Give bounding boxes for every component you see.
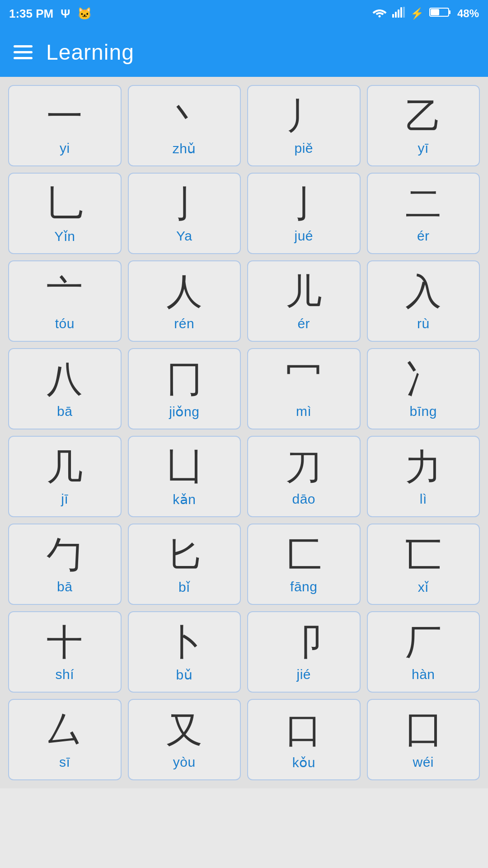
character-card[interactable]: 儿ér <box>247 260 361 342</box>
pinyin-label: Ya <box>176 228 192 244</box>
character-display: 囗 <box>405 710 441 750</box>
character-card[interactable]: 一yi <box>8 85 122 166</box>
pinyin-label: bǔ <box>176 667 192 683</box>
pinyin-label: piě <box>294 141 313 156</box>
pinyin-label: bā <box>57 404 72 419</box>
character-display: 二 <box>405 184 441 224</box>
character-card[interactable]: 亅Ya <box>128 173 241 254</box>
character-card[interactable]: 卜bǔ <box>128 611 241 693</box>
character-card[interactable]: 厶sī <box>8 699 122 780</box>
psi-icon: Ψ <box>61 7 70 21</box>
character-card[interactable]: 亠tóu <box>8 260 122 342</box>
svg-rect-5 <box>403 7 405 18</box>
character-card[interactable]: 八bā <box>8 348 122 429</box>
character-card[interactable]: 丿piě <box>247 85 361 166</box>
svg-point-0 <box>378 15 380 18</box>
status-left: 1:35 PM Ψ 🐱 <box>9 7 92 21</box>
menu-button[interactable] <box>14 45 33 59</box>
character-display: 又 <box>166 710 202 750</box>
wifi-icon <box>372 7 387 20</box>
character-card[interactable]: 乚Yǐn <box>8 173 122 254</box>
character-display: 厶 <box>47 710 83 750</box>
pinyin-label: bǐ <box>178 579 190 595</box>
page-title: Learning <box>46 40 134 65</box>
character-card[interactable]: 冖mì <box>247 348 361 429</box>
character-display: 人 <box>166 272 202 311</box>
signal-icon <box>392 7 405 20</box>
pinyin-label: tóu <box>55 316 75 331</box>
character-display: 几 <box>47 447 83 487</box>
character-card[interactable]: 入rù <box>367 260 480 342</box>
character-display: 卩 <box>286 623 322 662</box>
pinyin-label: yī <box>418 141 429 156</box>
pinyin-label: kǎn <box>173 491 196 507</box>
pinyin-label: lì <box>420 491 427 507</box>
svg-rect-2 <box>395 12 397 18</box>
character-display: 丿 <box>286 96 322 136</box>
pinyin-label: ér <box>297 316 310 331</box>
pinyin-label: yi <box>60 141 70 156</box>
character-display: 匕 <box>166 535 202 575</box>
character-card[interactable]: 厂hàn <box>367 611 480 693</box>
character-card[interactable]: 凵kǎn <box>128 436 241 517</box>
character-display: 亅 <box>166 184 202 224</box>
pinyin-label: jué <box>294 228 313 244</box>
character-card[interactable]: 力lì <box>367 436 480 517</box>
character-display: 丶 <box>166 96 202 136</box>
character-display: 匸 <box>405 535 441 575</box>
character-card[interactable]: 卩jié <box>247 611 361 693</box>
character-card[interactable]: 冂jiǒng <box>128 348 241 429</box>
character-card[interactable]: 勹bā <box>8 524 122 605</box>
pinyin-label: jiǒng <box>169 404 199 420</box>
character-card[interactable]: 口kǒu <box>247 699 361 780</box>
pinyin-label: fāng <box>290 579 317 594</box>
app-bar: Learning <box>0 27 488 77</box>
character-card[interactable]: 几jī <box>8 436 122 517</box>
pinyin-label: sī <box>59 755 70 770</box>
character-card[interactable]: 匕bǐ <box>128 524 241 605</box>
character-display: 冫 <box>405 359 441 399</box>
character-card[interactable]: 匸xǐ <box>367 524 480 605</box>
character-display: 匚 <box>286 535 322 575</box>
character-display: 勹 <box>47 535 83 575</box>
cat-icon: 🐱 <box>77 7 92 21</box>
character-card[interactable]: 十shí <box>8 611 122 693</box>
battery-display <box>429 7 452 20</box>
pinyin-label: kǒu <box>292 755 315 770</box>
character-display: 冖 <box>286 359 322 399</box>
status-bar: 1:35 PM Ψ 🐱 ⚡ <box>0 0 488 27</box>
pinyin-label: bā <box>57 579 72 594</box>
cards-grid: 一yi丶zhǔ丿piě乙yī乚Yǐn亅Ya亅jué二ér亠tóu人rén儿ér入… <box>0 77 488 788</box>
character-display: 八 <box>47 359 83 399</box>
svg-rect-4 <box>400 7 402 18</box>
svg-rect-3 <box>398 9 399 18</box>
status-right: ⚡ 48% <box>372 7 479 20</box>
character-display: 冂 <box>166 359 202 399</box>
character-card[interactable]: 人rén <box>128 260 241 342</box>
character-card[interactable]: 囗wéi <box>367 699 480 780</box>
pinyin-label: yòu <box>173 755 196 770</box>
character-card[interactable]: 亅jué <box>247 173 361 254</box>
pinyin-label: shí <box>55 667 74 682</box>
character-card[interactable]: 乙yī <box>367 85 480 166</box>
character-card[interactable]: 匚fāng <box>247 524 361 605</box>
pinyin-label: bīng <box>410 404 437 419</box>
character-display: 刀 <box>286 447 322 487</box>
time-display: 1:35 PM <box>9 7 53 21</box>
pinyin-label: xǐ <box>418 579 429 595</box>
battery-percent: 48% <box>457 7 479 20</box>
character-card[interactable]: 刀dāo <box>247 436 361 517</box>
character-display: 卜 <box>166 623 202 662</box>
character-display: 力 <box>405 447 441 487</box>
pinyin-label: rù <box>417 316 430 331</box>
character-card[interactable]: 丶zhǔ <box>128 85 241 166</box>
character-display: 十 <box>47 623 83 662</box>
pinyin-label: rén <box>174 316 194 331</box>
character-display: 亅 <box>286 184 322 224</box>
character-card[interactable]: 又yòu <box>128 699 241 780</box>
pinyin-label: wéi <box>413 755 434 770</box>
character-card[interactable]: 二ér <box>367 173 480 254</box>
pinyin-label: ér <box>417 228 430 244</box>
svg-rect-1 <box>392 14 394 18</box>
character-card[interactable]: 冫bīng <box>367 348 480 429</box>
